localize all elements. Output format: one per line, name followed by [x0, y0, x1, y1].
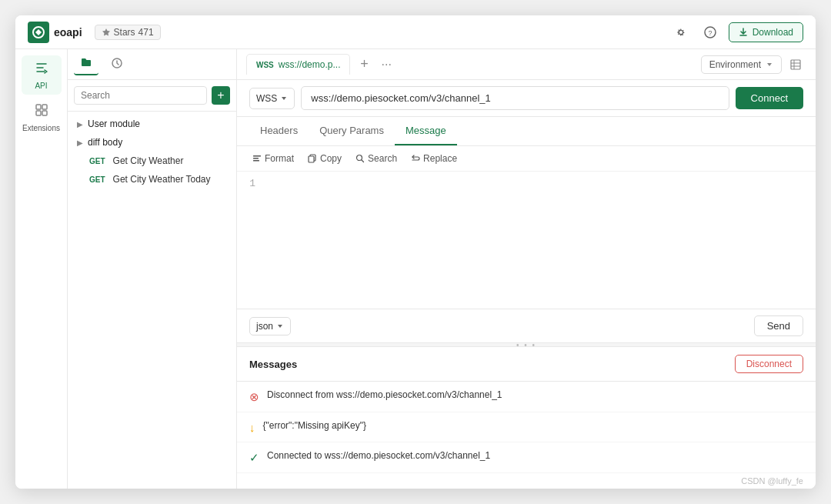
- success-icon: ✓: [249, 451, 259, 465]
- main-layout: API Extensions +: [15, 49, 816, 489]
- tab-add-button[interactable]: +: [353, 54, 375, 75]
- environment-selector[interactable]: Environment: [701, 55, 782, 74]
- stars-count: 471: [138, 27, 154, 38]
- svg-rect-12: [253, 155, 261, 157]
- extensions-icon: [34, 102, 49, 122]
- error-icon: ⊗: [249, 390, 259, 404]
- tab-message[interactable]: Message: [395, 117, 457, 145]
- svg-rect-8: [791, 60, 800, 69]
- svg-text:?: ?: [708, 29, 712, 37]
- table-view-icon-btn[interactable]: [785, 54, 806, 75]
- tab-more-button[interactable]: ···: [378, 58, 394, 72]
- svg-rect-13: [253, 158, 259, 159]
- tab-query-params[interactable]: Query Params: [309, 117, 395, 145]
- file-panel: + ▶ User module ▶ diff body GET Get City…: [68, 49, 237, 489]
- svg-rect-3: [36, 105, 41, 109]
- chevron-icon: ▶: [77, 139, 83, 147]
- app-logo: eoapi: [28, 22, 82, 43]
- messages-title: Messages: [249, 359, 297, 370]
- env-label: Environment: [709, 59, 761, 70]
- warning-icon: ↓: [249, 421, 255, 434]
- message-item-connected: ✓ Connected to wss://demo.piesocket.com/…: [237, 442, 816, 473]
- code-content[interactable]: [265, 178, 816, 302]
- file-panel-tabs: [68, 49, 236, 80]
- protocol-selector[interactable]: WSS: [249, 88, 295, 109]
- line-number: 1: [246, 178, 255, 189]
- sidebar-item-extensions[interactable]: Extensions: [22, 98, 62, 137]
- message-item-error: ↓ {"error":"Missing apiKey"}: [237, 412, 816, 442]
- svg-rect-6: [42, 111, 47, 115]
- copy-button[interactable]: Copy: [302, 151, 348, 166]
- request-tab-wss[interactable]: WSS wss://demo.p...: [246, 54, 350, 75]
- tab-url-short: wss://demo.p...: [279, 59, 341, 70]
- app-window: eoapi Stars 471 ? Download: [15, 15, 816, 489]
- protocol-label: WSS: [256, 93, 277, 104]
- footer-note: CSDN @luffy_fe: [237, 473, 816, 489]
- message-item-disconnect: ⊗ Disconnect from wss://demo.piesocket.c…: [237, 382, 816, 412]
- disconnect-button[interactable]: Disconnect: [735, 355, 803, 373]
- footer-text: CSDN @luffy_fe: [741, 476, 803, 486]
- help-icon-btn[interactable]: ?: [699, 22, 721, 43]
- format-label: Format: [265, 153, 294, 164]
- editor-toolbar: Format Copy Search Replace: [237, 146, 816, 172]
- download-label: Download: [753, 27, 793, 38]
- logo-icon: [28, 22, 49, 43]
- message-text: Disconnect from wss://demo.piesocket.com…: [267, 389, 502, 400]
- tab-history[interactable]: [105, 54, 129, 75]
- tree-item-label: User module: [88, 118, 140, 129]
- message-text: Connected to wss://demo.piesocket.com/v3…: [267, 450, 490, 461]
- add-button[interactable]: +: [212, 86, 230, 105]
- format-selector[interactable]: json: [249, 317, 291, 335]
- wss-badge: WSS: [256, 61, 274, 69]
- svg-point-17: [357, 155, 362, 161]
- tree-item-get-city-weather-today[interactable]: GET Get City Weather Today: [68, 170, 236, 189]
- tree-item-user-module[interactable]: ▶ User module: [68, 115, 236, 133]
- format-button[interactable]: Format: [246, 151, 300, 166]
- messages-header: Messages Disconnect: [237, 347, 816, 382]
- url-bar: WSS Connect: [237, 80, 816, 117]
- settings-icon-btn[interactable]: [670, 22, 692, 43]
- sidebar: API Extensions: [15, 49, 68, 489]
- tree-item-label: diff body: [88, 137, 122, 148]
- tab-folder[interactable]: [74, 53, 98, 75]
- svg-rect-14: [253, 160, 259, 162]
- download-button[interactable]: Download: [729, 22, 803, 42]
- tree-item-label: Get City Weather: [113, 155, 184, 166]
- search-label: Search: [368, 153, 397, 164]
- message-text: {"error":"Missing apiKey"}: [263, 420, 366, 431]
- replace-button[interactable]: Replace: [405, 151, 463, 166]
- tree-item-diff-body[interactable]: ▶ diff body: [68, 133, 236, 152]
- svg-rect-4: [42, 105, 47, 109]
- editor-code[interactable]: 1: [237, 172, 816, 309]
- chevron-icon: ▶: [77, 120, 83, 129]
- line-numbers: 1: [237, 178, 265, 302]
- request-tabs-bar: WSS wss://demo.p... + ··· Environment: [237, 49, 816, 80]
- messages-panel: Messages Disconnect ⊗ Disconnect from ws…: [237, 347, 816, 489]
- sidebar-item-api[interactable]: API: [22, 55, 62, 95]
- logo-text: eoapi: [54, 26, 82, 38]
- copy-label: Copy: [320, 153, 342, 164]
- file-panel-search: +: [68, 80, 236, 112]
- extensions-label: Extensions: [22, 124, 60, 132]
- svg-rect-5: [36, 111, 41, 115]
- api-label: API: [35, 82, 47, 90]
- method-badge: GET: [86, 157, 108, 165]
- format-label: json: [256, 321, 273, 332]
- search-button[interactable]: Search: [349, 151, 403, 166]
- connect-button[interactable]: Connect: [736, 87, 803, 109]
- url-input[interactable]: [301, 86, 729, 110]
- editor-area: Format Copy Search Replace: [237, 146, 816, 309]
- tree-item-label: Get City Weather Today: [113, 174, 211, 185]
- method-badge: GET: [86, 175, 108, 184]
- tree-item-get-city-weather[interactable]: GET Get City Weather: [68, 152, 236, 170]
- file-tree: ▶ User module ▶ diff body GET Get City W…: [68, 112, 236, 192]
- stars-label: Stars: [114, 27, 135, 38]
- main-content: WSS wss://demo.p... + ··· Environment WS…: [237, 49, 816, 489]
- tab-headers[interactable]: Headers: [249, 117, 309, 145]
- search-input[interactable]: [74, 86, 207, 105]
- send-button[interactable]: Send: [754, 315, 803, 336]
- titlebar-actions: ? Download: [670, 22, 803, 43]
- bottom-bar: json Send: [237, 309, 816, 342]
- stars-badge[interactable]: Stars 471: [95, 25, 161, 40]
- replace-label: Replace: [423, 153, 457, 164]
